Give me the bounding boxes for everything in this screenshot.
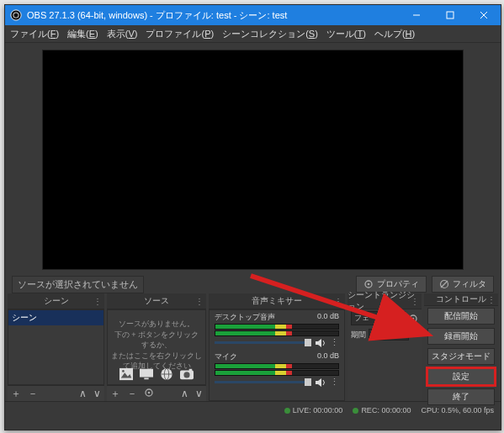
- speaker-icon[interactable]: [315, 378, 326, 388]
- speaker-icon[interactable]: [315, 338, 326, 348]
- menu-scenecol[interactable]: シーンコレクション(S): [222, 28, 318, 40]
- svg-rect-14: [144, 378, 148, 379]
- svg-point-0: [11, 10, 21, 20]
- audio-meter: [215, 370, 339, 376]
- transition-select[interactable]: フェード: [351, 311, 406, 325]
- source-add-button[interactable]: ＋: [110, 387, 120, 401]
- controls-header: コントロール: [436, 293, 486, 305]
- mid-toolbar: ソースが選択されていません プロパティ フィルタ: [5, 275, 501, 293]
- mixer-header: 音声ミキサー: [252, 295, 302, 307]
- menu-profile[interactable]: プロファイル(P): [146, 28, 214, 40]
- source-type-icons: [108, 367, 205, 381]
- svg-rect-10: [119, 368, 133, 380]
- panel-menu-icon[interactable]: ⋮: [334, 297, 342, 306]
- preview-area[interactable]: [42, 50, 464, 270]
- panel-menu-icon[interactable]: ⋮: [487, 295, 496, 304]
- audio-meter: [215, 324, 339, 330]
- scene-item[interactable]: シーン: [8, 310, 103, 325]
- close-button[interactable]: [467, 5, 501, 25]
- camera-icon: [179, 367, 194, 381]
- audio-meter: [215, 330, 339, 336]
- menu-help[interactable]: ヘルプ(H): [374, 28, 415, 40]
- no-source-label: ソースが選択されていません: [12, 276, 144, 293]
- duration-input[interactable]: 300 ms: [369, 329, 409, 341]
- gear-icon: [363, 279, 374, 289]
- scenes-list[interactable]: シーン: [8, 309, 104, 385]
- settings-button[interactable]: 設定: [427, 368, 495, 385]
- window-title: OBS 27.1.3 (64-bit, windows) - プロファイル: t…: [27, 9, 400, 22]
- sources-list[interactable]: ソースがありません。 下の + ボタンをクリックするか、 またはここを右クリック…: [107, 309, 206, 385]
- mixer-panel: 音声ミキサー⋮ デスクトップ音声0.0 dB ⋮ マイク0.0 dB: [209, 293, 345, 401]
- mixer-channel-mic: マイク0.0 dB ⋮: [210, 350, 344, 389]
- volume-slider[interactable]: [215, 341, 311, 344]
- minimize-button[interactable]: [400, 5, 433, 25]
- scenes-header: シーン: [44, 295, 69, 307]
- svg-rect-20: [189, 369, 193, 372]
- svg-point-26: [412, 317, 415, 319]
- channel-menu-icon[interactable]: ⋮: [330, 337, 339, 348]
- exit-button[interactable]: 終了: [427, 388, 495, 405]
- scene-down-button[interactable]: ∨: [93, 388, 101, 399]
- filters-button[interactable]: フィルタ: [432, 276, 494, 293]
- scene-remove-button[interactable]: －: [28, 387, 38, 401]
- globe-icon: [159, 367, 174, 381]
- filter-icon: [439, 279, 449, 289]
- audio-meter: [215, 363, 339, 369]
- start-streaming-button[interactable]: 配信開始: [427, 308, 495, 325]
- svg-point-7: [368, 283, 370, 286]
- source-remove-button[interactable]: －: [127, 387, 137, 401]
- transitions-panel: シーントランジション⋮ フェード 期間 300 ms: [347, 293, 422, 401]
- sources-panel: ソース⋮ ソースがありません。 下の + ボタンをクリックするか、 またはここを…: [107, 293, 206, 401]
- menu-edit[interactable]: 編集(E): [67, 28, 98, 40]
- menu-tools[interactable]: ツール(T): [326, 28, 366, 40]
- titlebar: OBS 27.1.3 (64-bit, windows) - プロファイル: t…: [5, 5, 501, 25]
- volume-slider[interactable]: [215, 381, 311, 383]
- obs-window: OBS 27.1.3 (64-bit, windows) - プロファイル: t…: [4, 4, 501, 430]
- mixer-channel-desktop: デスクトップ音声0.0 dB ⋮: [210, 310, 344, 350]
- svg-rect-3: [447, 12, 454, 18]
- scene-add-button[interactable]: ＋: [11, 387, 21, 401]
- studio-mode-button[interactable]: スタジオモード: [427, 348, 495, 365]
- scenes-panel: シーン⋮ シーン ＋ － ∧ ∨: [8, 293, 104, 401]
- svg-rect-13: [140, 369, 153, 378]
- source-down-button[interactable]: ∨: [195, 388, 203, 399]
- source-up-button[interactable]: ∧: [181, 388, 188, 399]
- channel-menu-icon[interactable]: ⋮: [330, 377, 339, 388]
- menu-view[interactable]: 表示(V): [107, 28, 138, 40]
- start-recording-button[interactable]: 録画開始: [427, 328, 495, 345]
- svg-marker-24: [316, 378, 321, 387]
- svg-point-12: [122, 370, 125, 372]
- maximize-button[interactable]: [433, 5, 467, 25]
- duration-label: 期間: [351, 330, 366, 341]
- source-settings-button[interactable]: [144, 388, 154, 400]
- image-icon: [119, 367, 134, 381]
- status-rec: REC: 00:00:00: [353, 406, 411, 415]
- scene-up-button[interactable]: ∧: [79, 388, 87, 399]
- controls-panel: コントロール⋮ 配信開始 録画開始 スタジオモード 設定 終了: [424, 293, 498, 401]
- menubar: ファイル(F) 編集(E) 表示(V) プロファイル(P) シーンコレクション(…: [5, 25, 501, 43]
- status-live: LIVE: 00:00:00: [284, 406, 343, 415]
- app-icon: [10, 9, 22, 21]
- gear-icon[interactable]: [408, 314, 418, 324]
- panel-menu-icon[interactable]: ⋮: [93, 297, 102, 306]
- statusbar: LIVE: 00:00:00 REC: 00:00:00 CPU: 0.5%, …: [5, 401, 501, 419]
- panel-menu-icon[interactable]: ⋮: [411, 297, 419, 306]
- sources-header: ソース: [144, 295, 169, 307]
- svg-point-22: [148, 391, 151, 393]
- svg-marker-23: [316, 339, 321, 347]
- svg-point-19: [183, 372, 189, 378]
- menu-file[interactable]: ファイル(F): [10, 28, 59, 40]
- display-icon: [139, 367, 154, 381]
- panel-menu-icon[interactable]: ⋮: [195, 297, 204, 306]
- status-cpu: CPU: 0.5%, 60.00 fps: [421, 406, 494, 415]
